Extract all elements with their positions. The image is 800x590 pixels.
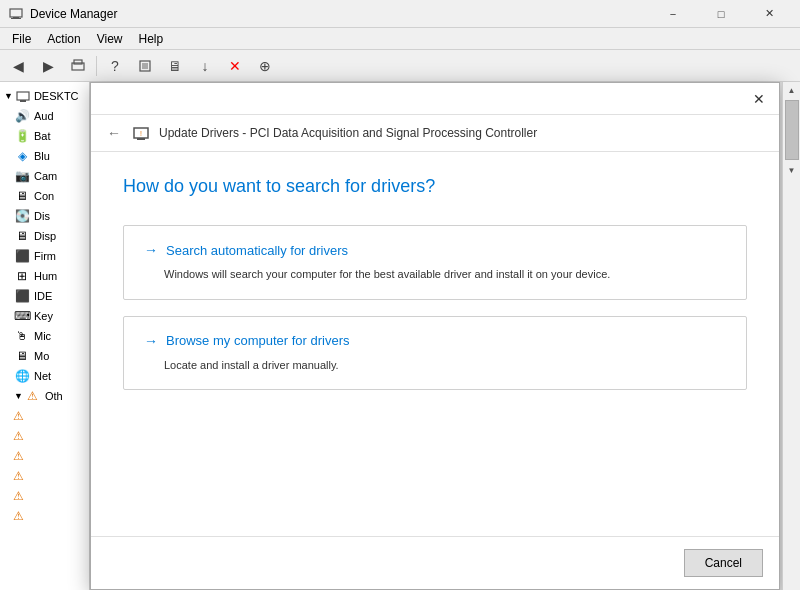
toolbar-forward[interactable]: ▶ [34,53,62,79]
tree-subitem-3[interactable]: ⚠ [0,446,89,466]
arrow-icon-2: → [144,333,158,349]
firmware-icon: ⬛ [14,248,30,264]
warning-icon-3: ⚠ [10,448,26,464]
tree-item-controller[interactable]: 🖥 Con [0,186,89,206]
svg-rect-8 [20,100,26,102]
monitor-icon: 🖥 [14,348,30,364]
maximize-button[interactable]: □ [698,0,744,28]
tree-subitem-4[interactable]: ⚠ [0,466,89,486]
warning-icon-5: ⚠ [10,488,26,504]
menu-view[interactable]: View [89,30,131,48]
menu-help[interactable]: Help [131,30,172,48]
tree-item-monitor[interactable]: 🖥 Mo [0,346,89,366]
toolbar-update[interactable]: 🖥 [161,53,189,79]
auto-search-title: → Search automatically for drivers [144,242,726,258]
dialog-question: How do you want to search for drivers? [123,176,747,197]
toolbar-separator-1 [96,56,97,76]
update-drivers-dialog: ✕ ← ! Update Drivers - PCI Data Acquisit… [90,82,780,590]
tree-item-ide[interactable]: ⬛ IDE [0,286,89,306]
tree-subitem-5[interactable]: ⚠ [0,486,89,506]
dialog-body: How do you want to search for drivers? →… [91,152,779,536]
browse-title: → Browse my computer for drivers [144,333,726,349]
toolbar-properties[interactable] [131,53,159,79]
tree-item-label: Dis [34,210,50,222]
tree-item-display[interactable]: 🖥 Disp [0,226,89,246]
scroll-down-button[interactable]: ▼ [784,162,800,178]
dialog-title: Update Drivers - PCI Data Acquisition an… [159,126,537,140]
toolbar-help[interactable]: ? [101,53,129,79]
tree-subitem-6[interactable]: ⚠ [0,506,89,526]
bluetooth-icon: ◈ [14,148,30,164]
dialog-header-icon: ! [131,123,151,143]
cancel-button[interactable]: Cancel [684,549,763,577]
svg-rect-0 [10,9,22,17]
dialog-close-button[interactable]: ✕ [747,87,771,111]
app-icon [8,6,24,22]
tree-item-label: Oth [45,390,63,402]
tree-item-bluetooth[interactable]: ◈ Blu [0,146,89,166]
tree-item-label: Hum [34,270,57,282]
toolbar-scan[interactable]: ↓ [191,53,219,79]
tree-item-label: Mic [34,330,51,342]
tree-item-mice[interactable]: 🖱 Mic [0,326,89,346]
svg-rect-2 [11,18,21,19]
controller-icon: 🖥 [14,188,30,204]
warning-icon-2: ⚠ [10,428,26,444]
auto-search-desc: Windows will search your computer for th… [144,266,726,283]
tree-item-network[interactable]: 🌐 Net [0,366,89,386]
warning-icon-6: ⚠ [10,508,26,524]
display-icon: 🖥 [14,228,30,244]
window-title: Device Manager [30,7,650,21]
tree-subitem-1[interactable]: ⚠ [0,406,89,426]
tree-item-camera[interactable]: 📷 Cam [0,166,89,186]
tree-item-label: Blu [34,150,50,162]
tree-item-firmware[interactable]: ⬛ Firm [0,246,89,266]
tree-item-disk[interactable]: 💽 Dis [0,206,89,226]
browse-desc: Locate and install a driver manually. [144,357,726,374]
scroll-up-button[interactable]: ▲ [784,82,800,98]
expand-icon: ▼ [4,91,13,101]
human-icon: ⊞ [14,268,30,284]
close-button[interactable]: ✕ [746,0,792,28]
dialog-header: ← ! Update Drivers - PCI Data Acquisitio… [91,115,779,152]
menu-action[interactable]: Action [39,30,88,48]
tree-item-audio[interactable]: 🔊 Aud [0,106,89,126]
dialog-back-button[interactable]: ← [107,125,121,141]
svg-rect-4 [74,60,82,64]
other-icon: ⚠ [25,388,41,404]
toolbar-collapse[interactable] [64,53,92,79]
minimize-button[interactable]: − [650,0,696,28]
window-controls: − □ ✕ [650,0,792,28]
title-bar: Device Manager − □ ✕ [0,0,800,28]
svg-rect-10 [137,138,145,140]
tree-item-human[interactable]: ⊞ Hum [0,266,89,286]
tree-root[interactable]: ▼ DESKTC [0,86,89,106]
toolbar-add[interactable]: ⊕ [251,53,279,79]
dialog-titlebar: ✕ [91,83,779,115]
toolbar-remove[interactable]: ✕ [221,53,249,79]
tree-subitem-2[interactable]: ⚠ [0,426,89,446]
tree-item-other[interactable]: ▼ ⚠ Oth [0,386,89,406]
tree-item-label: Bat [34,130,51,142]
browse-option[interactable]: → Browse my computer for drivers Locate … [123,316,747,391]
tree-item-keyboard[interactable]: ⌨ Key [0,306,89,326]
toolbar: ◀ ▶ ? 🖥 ↓ ✕ ⊕ [0,50,800,82]
auto-search-option[interactable]: → Search automatically for drivers Windo… [123,225,747,300]
audio-icon: 🔊 [14,108,30,124]
tree-root-label: DESKTC [34,90,79,102]
tree-item-label: Con [34,190,54,202]
tree-item-label: Mo [34,350,49,362]
tree-item-label: Cam [34,170,57,182]
right-scrollbar: ▲ ▼ [782,82,800,590]
main-area: ▼ DESKTC 🔊 Aud 🔋 Bat ◈ Blu 📷 Cam 🖥 Con [0,82,800,590]
mice-icon: 🖱 [14,328,30,344]
tree-item-battery[interactable]: 🔋 Bat [0,126,89,146]
arrow-icon-1: → [144,242,158,258]
scroll-thumb[interactable] [785,100,799,160]
menu-file[interactable]: File [4,30,39,48]
toolbar-back[interactable]: ◀ [4,53,32,79]
tree-item-label: Firm [34,250,56,262]
keyboard-icon: ⌨ [14,308,30,324]
device-tree: ▼ DESKTC 🔊 Aud 🔋 Bat ◈ Blu 📷 Cam 🖥 Con [0,82,90,590]
svg-text:!: ! [140,130,142,137]
